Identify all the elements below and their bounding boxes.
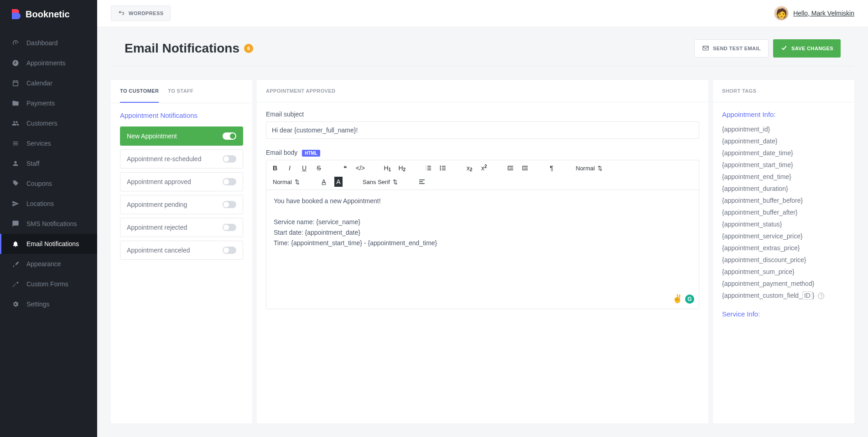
text-color-icon[interactable]: A	[320, 177, 328, 187]
indent-icon[interactable]	[521, 163, 529, 173]
subject-input[interactable]	[266, 121, 699, 139]
sidebar-item-custom-forms[interactable]: Custom Forms	[0, 274, 97, 294]
sidebar-item-settings[interactable]: Settings	[0, 294, 97, 314]
sidebar-item-label: Settings	[26, 300, 50, 308]
notification-appointment-rejected[interactable]: Appointment rejected	[120, 218, 243, 237]
unordered-list-icon[interactable]	[439, 163, 447, 173]
save-button[interactable]: SAVE CHANGES	[773, 39, 841, 58]
bg-color-icon[interactable]: A	[334, 177, 343, 187]
bell-icon	[11, 240, 20, 247]
ordered-list-icon[interactable]	[424, 163, 432, 173]
toggle-switch[interactable]	[223, 178, 236, 185]
editor-body[interactable]: You have booked a new Appointment! Servi…	[266, 190, 699, 309]
sidebar-item-sms-notifications[interactable]: SMS Notifications	[0, 214, 97, 234]
svg-point-3	[440, 169, 441, 170]
sidebar-item-locations[interactable]: Locations	[0, 194, 97, 214]
subscript-icon[interactable]: x2	[465, 163, 473, 173]
service-info-title: Service Info:	[722, 310, 845, 318]
speed-icon	[11, 39, 20, 47]
notification-label: Appointment canceled	[127, 247, 190, 254]
short-tag[interactable]: {appointment_discount_price}	[722, 256, 845, 263]
send-icon	[11, 200, 20, 207]
short-tag[interactable]: {appointment_sum_price}	[722, 268, 845, 275]
editor-toolbar: B I U S ❝ </> H1 H2 x2	[266, 160, 699, 190]
toggle-switch[interactable]	[223, 201, 236, 208]
save-label: SAVE CHANGES	[791, 46, 833, 51]
sidebar-item-label: Custom Forms	[26, 280, 68, 288]
sidebar-item-staff[interactable]: Staff	[0, 153, 97, 174]
brand-name: Booknetic	[26, 9, 70, 20]
short-tag[interactable]: {appointment_buffer_after}	[722, 209, 845, 216]
sidebar-item-appearance[interactable]: Appearance	[0, 254, 97, 274]
user-greeting: Hello, Mark Velmiskin	[793, 10, 854, 17]
user-icon	[11, 160, 20, 167]
sidebar-item-dashboard[interactable]: Dashboard	[0, 33, 97, 53]
count-badge: 6	[244, 44, 253, 53]
page-title: Email Notifications	[125, 41, 239, 56]
help-icon[interactable]: ?	[818, 293, 824, 299]
font-select[interactable]: Sans Serif⇅	[361, 179, 400, 185]
sidebar-item-payments[interactable]: Payments	[0, 93, 97, 113]
custom-field-tag[interactable]: {appointment_custom_field_ID} ?	[722, 292, 845, 299]
short-tag[interactable]: {appointment_duration}	[722, 185, 845, 192]
quote-icon[interactable]: ❝	[341, 163, 349, 173]
body-label: Email body HTML	[266, 149, 699, 156]
sidebar-item-customers[interactable]: Customers	[0, 113, 97, 133]
direction-icon[interactable]: ¶	[547, 163, 556, 173]
notification-list: New AppointmentAppointment re-scheduledA…	[120, 126, 243, 260]
toggle-switch[interactable]	[223, 247, 236, 254]
notification-appointment-canceled[interactable]: Appointment canceled	[120, 241, 243, 260]
editor-line: Service name: {service_name}	[274, 217, 691, 227]
notification-new-appointment[interactable]: New Appointment	[120, 126, 243, 146]
short-tag[interactable]: {appointment_date}	[722, 137, 845, 145]
short-tag[interactable]: {appointment_id}	[722, 126, 845, 133]
toggle-switch[interactable]	[223, 224, 236, 231]
short-tag[interactable]: {appointment_status}	[722, 221, 845, 228]
user-menu[interactable]: 🧑 Hello, Mark Velmiskin	[774, 6, 854, 21]
heading-select[interactable]: Normal⇅	[574, 165, 604, 172]
notification-appointment-approved[interactable]: Appointment approved	[120, 172, 243, 191]
notifications-section-title: Appointment Notifications	[120, 111, 243, 119]
tag-icon	[11, 180, 20, 187]
short-tag[interactable]: {appointment_date_time}	[722, 149, 845, 157]
h2-icon[interactable]: H2	[398, 163, 406, 173]
short-tag[interactable]: {appointment_end_time}	[722, 173, 845, 180]
sidebar-item-label: Email Notifications	[26, 240, 79, 247]
superscript-icon[interactable]: x2	[480, 163, 488, 173]
align-icon[interactable]	[418, 177, 426, 187]
underline-icon[interactable]: U	[300, 163, 308, 173]
html-badge[interactable]: HTML	[302, 150, 320, 157]
short-tag[interactable]: {appointment_start_time}	[722, 161, 845, 168]
short-tag[interactable]: {appointment_buffer_before}	[722, 197, 845, 204]
wordpress-button[interactable]: WORDPRESS	[111, 5, 171, 21]
notification-appointment-pending[interactable]: Appointment pending	[120, 195, 243, 214]
avatar: 🧑	[774, 6, 789, 21]
toggle-switch[interactable]	[223, 155, 236, 163]
sidebar-item-label: Appearance	[26, 260, 61, 268]
sidebar-item-coupons[interactable]: Coupons	[0, 174, 97, 194]
emoji-icon[interactable]: ✌️	[672, 293, 682, 305]
toggle-switch[interactable]	[223, 132, 236, 140]
sidebar-item-appointments[interactable]: Appointments	[0, 53, 97, 73]
code-icon[interactable]: </>	[356, 163, 365, 173]
sidebar-item-calendar[interactable]: Calendar	[0, 73, 97, 93]
sidebar-item-email-notifications[interactable]: Email Notifications	[0, 234, 97, 254]
italic-icon[interactable]: I	[286, 163, 294, 173]
grammarly-icon[interactable]: G	[685, 295, 694, 304]
strike-icon[interactable]: S	[315, 163, 323, 173]
bold-icon[interactable]: B	[271, 163, 279, 173]
h1-icon[interactable]: H1	[383, 163, 391, 173]
outdent-icon[interactable]	[506, 163, 515, 173]
appointment-tags: {appointment_id}{appointment_date}{appoi…	[722, 126, 845, 287]
editor-line: Time: {appointment_start_time} - {appoin…	[274, 238, 691, 248]
sidebar-item-services[interactable]: Services	[0, 133, 97, 153]
tab-staff[interactable]: TO STAFF	[168, 80, 193, 103]
tab-customer[interactable]: TO CUSTOMER	[120, 80, 159, 103]
size-select[interactable]: Normal⇅	[271, 179, 301, 185]
short-tag[interactable]: {appointment_payment_method}	[722, 280, 845, 287]
notification-appointment-re-scheduled[interactable]: Appointment re-scheduled	[120, 149, 243, 168]
recipient-tabs: TO CUSTOMER TO STAFF	[111, 80, 252, 103]
short-tag[interactable]: {appointment_extras_price}	[722, 244, 845, 252]
send-test-button[interactable]: SEND TEST EMAIL	[694, 39, 769, 58]
short-tag[interactable]: {appointment_service_price}	[722, 232, 845, 240]
